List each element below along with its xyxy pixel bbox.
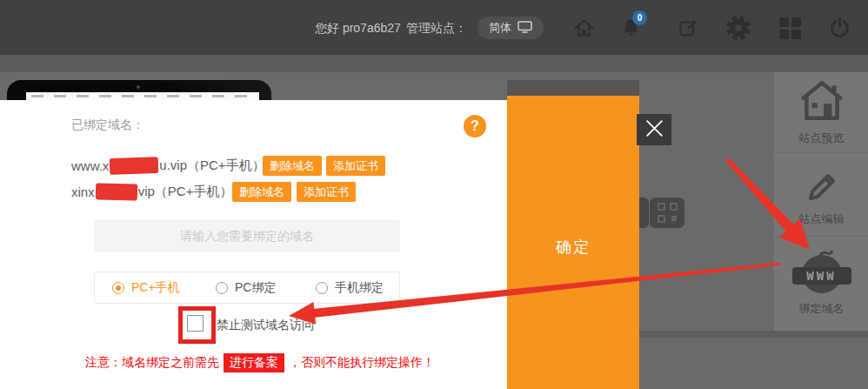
sidebar-item-site-edit[interactable]: 站点编辑 (775, 153, 868, 237)
radio-label: 手机绑定 (335, 280, 384, 296)
www-globe-text: WWW (792, 267, 851, 285)
radio-pc-and-mobile[interactable]: PC+手机 (112, 272, 180, 303)
sidebar-label-site-preview: 站点预览 (799, 131, 845, 146)
radio-dot (216, 282, 228, 294)
sidebar-item-site-preview[interactable]: 站点预览 (775, 72, 868, 153)
notice-prefix: 注意：域名绑定之前需先 (85, 355, 219, 371)
power-logout-icon[interactable] (827, 16, 851, 40)
close-icon (644, 118, 664, 142)
right-sidebar: 站点预览 站点编辑 WWW 绑定域名 (774, 72, 868, 333)
bound-domain-row: www.x u.vip（PC+手机） (71, 156, 265, 176)
sidebar-label-site-edit: 站点编辑 (799, 211, 845, 227)
radio-label: PC+手机 (131, 280, 180, 296)
language-switch-button[interactable]: 简体 (477, 17, 544, 39)
bound-domains-label: 已绑定域名： (71, 117, 144, 133)
user-greeting: 您好 pro7a6b27 (315, 21, 401, 37)
www-globe-icon: WWW (791, 253, 852, 295)
bind-domain-dialog: 已绑定域名： www.x u.vip（PC+手机） 删除域名 添加证书 xinx… (0, 100, 507, 389)
dimmed-bezel-sliver (507, 80, 639, 96)
notice-text: 注意：域名绑定之前需先 进行备案 ，否则不能执行绑定操作！ (85, 353, 435, 372)
sidebar-item-bind-domain[interactable]: WWW 绑定域名 (775, 237, 868, 333)
site-edit-pencil-icon (802, 162, 842, 205)
notification-badge: 0 (632, 10, 647, 25)
radio-dot (112, 282, 124, 294)
notice-suffix: ，否则不能执行绑定操作！ (289, 355, 435, 371)
delete-domain-button[interactable]: 删除域名 (232, 182, 291, 202)
dimmed-toolbar-band (0, 55, 868, 72)
forbid-test-domain-label: 禁止测试域名访问 (217, 318, 314, 333)
bound-domain-row: xinx vip（PC+手机） (71, 182, 232, 202)
qr-code-icon (650, 198, 684, 228)
domain-input[interactable] (94, 219, 400, 252)
domain-text-suffix: vip（PC+手机） (138, 184, 233, 200)
sidebar-label-bind-domain: 绑定域名 (799, 301, 845, 317)
radio-mobile-bind[interactable]: 手机绑定 (316, 272, 384, 303)
redaction-scribble (110, 157, 159, 175)
settings-gear-icon[interactable] (726, 16, 751, 40)
bind-mode-group: PC+手机 PC绑定 手机绑定 (94, 272, 400, 304)
redaction-scribble (95, 183, 137, 200)
add-certificate-button[interactable]: 添加证书 (297, 182, 356, 202)
confirm-button-label: 确定 (507, 237, 639, 258)
domain-text-suffix: u.vip（PC+手机） (159, 158, 264, 174)
help-icon[interactable]: ? (464, 115, 486, 137)
home-icon[interactable] (571, 16, 596, 40)
monitor-icon (517, 21, 532, 36)
radio-dot (316, 282, 328, 294)
tablet-camera-dot (137, 85, 140, 89)
domain-text-prefix: www.x (71, 158, 109, 173)
icp-filing-link[interactable]: 进行备案 (224, 353, 284, 372)
edit-icon[interactable] (676, 16, 700, 40)
forbid-test-domain-checkbox[interactable] (187, 315, 204, 332)
manage-site-label: 管理站点： (406, 21, 467, 37)
section-shadow-band (639, 331, 868, 338)
radio-label: PC绑定 (235, 280, 276, 296)
close-dialog-button[interactable] (637, 114, 671, 145)
add-certificate-button[interactable]: 添加证书 (326, 156, 385, 176)
site-preview-home-icon (798, 79, 846, 124)
language-label: 简体 (489, 20, 511, 36)
delete-domain-button[interactable]: 删除域名 (263, 156, 322, 176)
radio-pc-bind[interactable]: PC绑定 (216, 272, 276, 303)
apps-grid-icon[interactable] (778, 16, 802, 40)
top-header: 您好 pro7a6b27 管理站点： 简体 0 (0, 0, 868, 55)
domain-text-prefix: xinx (71, 184, 95, 199)
confirm-button[interactable]: 确定 (507, 96, 639, 389)
